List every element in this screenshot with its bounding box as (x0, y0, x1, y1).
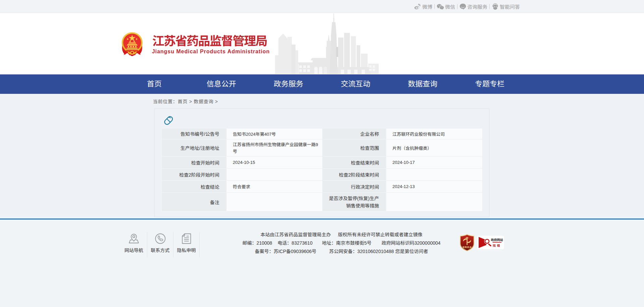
svg-text:党政机关: 党政机关 (463, 245, 472, 249)
svg-text:政府网站: 政府网站 (491, 238, 503, 242)
svg-text:找错: 找错 (493, 243, 501, 248)
